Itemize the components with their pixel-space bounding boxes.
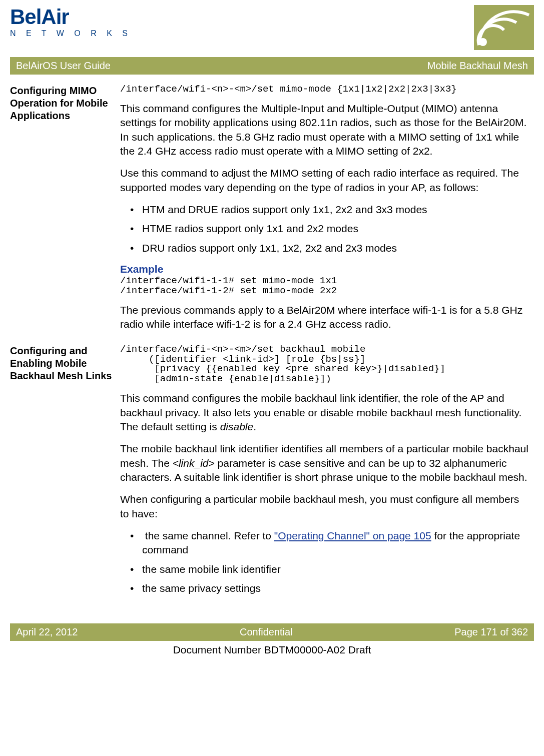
para-mimo-3: The previous commands apply to a BelAir2… [120, 303, 529, 332]
logo-brand: BelAir [10, 5, 132, 29]
side-heading-mimo: Configuring MIMO Operation for Mobile Ap… [10, 85, 120, 122]
footer-confidential: Confidential [240, 626, 293, 638]
example-heading: Example [120, 263, 529, 275]
logo-graphic-icon [474, 5, 534, 52]
list-item: DRU radios support only 1x1, 1x2, 2x2 an… [120, 241, 529, 255]
svg-point-1 [479, 38, 487, 46]
example-code: /interface/wifi-1-1# set mimo-mode 1x1 /… [120, 276, 529, 296]
header: BelAir N E T W O R K S [10, 5, 534, 52]
para-backhaul-1: This command configures the mobile backh… [120, 391, 529, 434]
chapter-title: Mobile Backhaul Mesh [427, 60, 528, 72]
document-number: Document Number BDTM00000-A02 Draft [10, 641, 534, 663]
list-item: the same mobile link identifier [120, 562, 529, 576]
para-mimo-2: Use this command to adjust the MIMO sett… [120, 166, 529, 195]
link-operating-channel[interactable]: "Operating Channel" on page 105 [274, 530, 431, 541]
guide-title: BelAirOS User Guide [16, 60, 111, 72]
footer-date: April 22, 2012 [16, 626, 78, 638]
bullets-backhaul: the same channel. Refer to "Operating Ch… [120, 529, 529, 595]
title-bar: BelAirOS User Guide Mobile Backhaul Mesh [10, 57, 534, 75]
cmd-mimo: /interface/wifi-<n>-<m>/set mimo-mode {1… [120, 85, 529, 95]
cmd-backhaul: /interface/wifi-<n>-<m>/set backhaul mob… [120, 345, 529, 385]
para-backhaul-2: The mobile backhaul link identifier iden… [120, 442, 529, 484]
list-item: HTME radios support only 1x1 and 2x2 mod… [120, 222, 529, 236]
para-backhaul-3: When configuring a particular mobile bac… [120, 492, 529, 521]
section-mimo: Configuring MIMO Operation for Mobile Ap… [10, 85, 534, 340]
footer-page: Page 171 of 362 [454, 626, 528, 638]
footer-bar: April 22, 2012 Confidential Page 171 of … [10, 623, 534, 641]
logo-left: BelAir N E T W O R K S [10, 5, 132, 38]
list-item: the same channel. Refer to "Operating Ch… [120, 529, 529, 557]
side-heading-backhaul: Configuring and Enabling Mobile Backhaul… [10, 345, 120, 382]
list-item: the same privacy settings [120, 581, 529, 595]
section-backhaul: Configuring and Enabling Mobile Backhaul… [10, 345, 534, 604]
list-item: HTM and DRUE radios support only 1x1, 2x… [120, 203, 529, 217]
logo-subbrand: N E T W O R K S [10, 29, 132, 38]
bullets-mimo: HTM and DRUE radios support only 1x1, 2x… [120, 203, 529, 255]
para-mimo-1: This command configures the Multiple-Inp… [120, 102, 529, 158]
